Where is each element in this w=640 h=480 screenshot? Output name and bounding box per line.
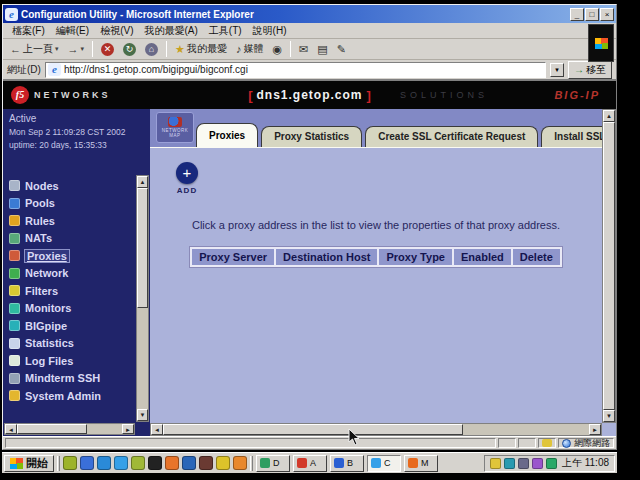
- menu-item[interactable]: 我的最愛(A): [139, 23, 202, 39]
- tray-icon[interactable]: [490, 458, 501, 469]
- menu-item[interactable]: 檢視(V): [95, 23, 138, 39]
- tray-icon[interactable]: [546, 458, 557, 469]
- sidebar-item[interactable]: BIGpipe: [9, 317, 132, 335]
- sidebar-vertical-scrollbar[interactable]: ▲ ▼: [136, 175, 149, 422]
- sidebar-item-label: Pools: [25, 197, 55, 209]
- quick-launch-icon[interactable]: [97, 456, 111, 470]
- sidebar-item[interactable]: Filters: [9, 282, 132, 300]
- favorites-button[interactable]: ★ 我的最愛: [172, 41, 230, 57]
- media-button[interactable]: ♪ 媒體: [233, 41, 267, 57]
- sidebar-item[interactable]: NATs: [9, 230, 132, 248]
- menu-item[interactable]: 工具(T): [204, 23, 247, 39]
- scroll-right-icon[interactable]: ►: [589, 424, 601, 435]
- proxy-table-header-cell: Proxy Type: [379, 249, 452, 265]
- address-dropdown-icon[interactable]: ▾: [550, 63, 564, 77]
- sidebar-item[interactable]: Monitors: [9, 300, 132, 318]
- scroll-right-icon[interactable]: ►: [122, 424, 134, 434]
- scroll-down-icon[interactable]: ▼: [603, 410, 615, 422]
- menu-item[interactable]: 說明(H): [248, 23, 292, 39]
- stop-button[interactable]: ✕: [98, 42, 117, 57]
- sidebar-item[interactable]: Network: [9, 265, 132, 283]
- forward-dropdown-icon[interactable]: ▾: [81, 45, 85, 53]
- tray-icon[interactable]: [532, 458, 543, 469]
- sidebar-item[interactable]: Statistics: [9, 335, 132, 353]
- taskbar-window-icon: [297, 458, 307, 468]
- edit-button[interactable]: ✎: [334, 42, 349, 56]
- print-button[interactable]: ▤: [314, 42, 330, 56]
- back-button[interactable]: ← 上一頁 ▾: [7, 41, 62, 57]
- start-button[interactable]: 開始: [4, 455, 54, 472]
- scroll-down-icon[interactable]: ▼: [137, 409, 148, 421]
- network-map-button[interactable]: NETWORK MAP: [156, 112, 194, 143]
- taskbar-window-button[interactable]: M: [404, 455, 438, 472]
- scrollbar-thumb[interactable]: [603, 122, 615, 410]
- taskbar-grip[interactable]: [57, 456, 60, 471]
- quick-launch-icon[interactable]: [80, 456, 94, 470]
- scrollbar-thumb[interactable]: [137, 188, 148, 308]
- sidebar-item[interactable]: Mindterm SSH: [9, 370, 132, 388]
- main-horizontal-scrollbar[interactable]: ◄ ►: [150, 423, 602, 436]
- network-map-label: NETWORK MAP: [157, 128, 193, 138]
- tab[interactable]: Proxies: [196, 123, 258, 147]
- mail-button[interactable]: ✉: [296, 42, 311, 56]
- menu-item[interactable]: 檔案(F): [7, 23, 50, 39]
- quick-launch-icon[interactable]: [114, 456, 128, 470]
- instruction-text: Click a proxy address in the list to vie…: [158, 219, 594, 231]
- title-bar[interactable]: e Configuration Utility - Microsoft Inte…: [3, 5, 616, 23]
- add-proxy-control[interactable]: + ADD: [172, 162, 202, 195]
- taskbar-window-button[interactable]: C: [367, 455, 401, 472]
- proxy-table: Proxy ServerDestination HostProxy TypeEn…: [150, 246, 602, 268]
- quick-launch-icon[interactable]: [148, 456, 162, 470]
- taskbar-window-button[interactable]: A: [293, 455, 327, 472]
- quick-launch-icon[interactable]: [165, 456, 179, 470]
- scroll-left-icon[interactable]: ◄: [5, 424, 17, 434]
- refresh-button[interactable]: ↻: [120, 42, 139, 57]
- scrollbar-thumb[interactable]: [17, 424, 87, 434]
- minimize-button[interactable]: _: [570, 8, 584, 21]
- home-button[interactable]: ⌂: [142, 42, 161, 57]
- sidebar-item-label: Network: [25, 267, 68, 279]
- tab[interactable]: Install SSL Certif: [541, 126, 602, 147]
- taskbar-window-button[interactable]: B: [330, 455, 364, 472]
- forward-button[interactable]: → ▾: [65, 42, 88, 56]
- sidebar-item[interactable]: Nodes: [9, 177, 132, 195]
- main-frame: NETWORK MAP ProxiesProxy StatisticsCreat…: [150, 109, 616, 436]
- sidebar-item-icon: [9, 390, 20, 401]
- taskbar-window-button[interactable]: D: [256, 455, 290, 472]
- add-icon[interactable]: +: [176, 162, 198, 184]
- sidebar-item[interactable]: Proxies: [9, 247, 132, 265]
- browser-window: e Configuration Utility - Microsoft Inte…: [2, 4, 617, 450]
- taskbar-grip[interactable]: [250, 456, 253, 471]
- back-dropdown-icon[interactable]: ▾: [55, 45, 59, 53]
- close-button[interactable]: ×: [600, 8, 614, 21]
- scroll-up-icon[interactable]: ▲: [603, 110, 615, 122]
- scroll-up-icon[interactable]: ▲: [137, 176, 148, 188]
- tray-icon[interactable]: [518, 458, 529, 469]
- menu-item[interactable]: 編輯(E): [51, 23, 94, 39]
- sidebar-item[interactable]: Pools: [9, 195, 132, 213]
- tray-icon[interactable]: [504, 458, 515, 469]
- scroll-left-icon[interactable]: ◄: [151, 424, 163, 435]
- tab[interactable]: Proxy Statistics: [261, 126, 362, 147]
- quick-launch-icon[interactable]: [131, 456, 145, 470]
- quick-launch-icon[interactable]: [216, 456, 230, 470]
- tab[interactable]: Create SSL Certificate Request: [365, 126, 538, 147]
- scrollbar-thumb[interactable]: [163, 424, 463, 435]
- quick-launch-icon[interactable]: [63, 456, 77, 470]
- maximize-button[interactable]: □: [585, 8, 599, 21]
- quick-launch-icon[interactable]: [233, 456, 247, 470]
- bigip-label: BIG-IP: [554, 89, 600, 101]
- quick-launch-icon[interactable]: [199, 456, 213, 470]
- security-zone-pane: 網際網路: [558, 438, 614, 448]
- proxy-table-header-row: Proxy ServerDestination HostProxy TypeEn…: [189, 246, 563, 268]
- go-button[interactable]: → 移至: [568, 61, 612, 79]
- sidebar-item[interactable]: System Admin: [9, 387, 132, 405]
- address-input[interactable]: e http://dns1.getop.com/bigipgui/bigconf…: [45, 62, 546, 78]
- main-vertical-scrollbar[interactable]: ▲ ▼: [602, 109, 616, 423]
- sidebar-item[interactable]: Rules: [9, 212, 132, 230]
- history-button[interactable]: ◉: [269, 42, 285, 56]
- sidebar-item[interactable]: Log Files: [9, 352, 132, 370]
- quick-launch-icon[interactable]: [182, 456, 196, 470]
- zone-label: 網際網路: [574, 437, 610, 450]
- sidebar-horizontal-scrollbar[interactable]: ◄ ►: [4, 423, 135, 435]
